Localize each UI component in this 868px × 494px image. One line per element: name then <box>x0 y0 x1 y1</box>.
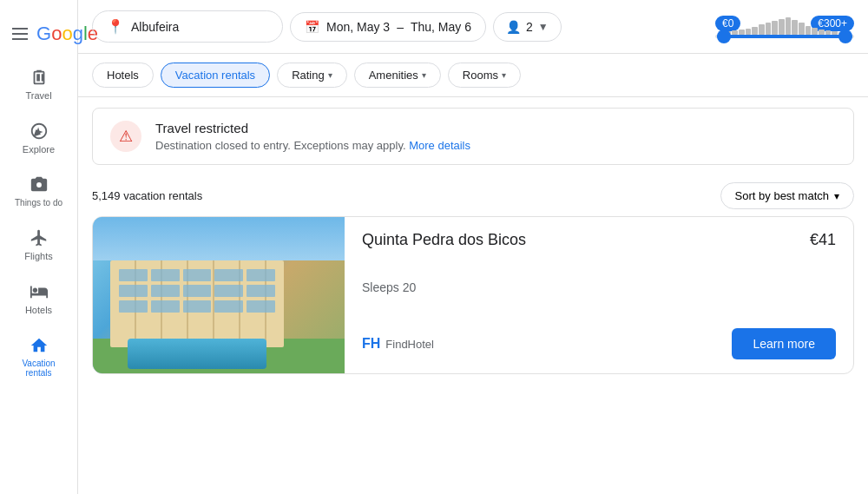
filter-tab-amenities[interactable]: Amenities ▾ <box>354 63 441 88</box>
sidebar-item-vacation-rentals[interactable]: Vacation rentals <box>4 327 74 386</box>
filter-tab-hotels[interactable]: Hotels <box>92 63 154 88</box>
results-count: 5,149 vacation rentals <box>92 189 202 202</box>
learn-more-button[interactable]: Learn more <box>732 328 836 359</box>
sidebar-item-hotels-label: Hotels <box>25 305 52 315</box>
filter-tab-vacation-rentals[interactable]: Vacation rentals <box>161 63 270 88</box>
sidebar-item-explore[interactable]: Explore <box>4 113 74 163</box>
alert-title: Travel restricted <box>155 121 470 135</box>
hotel-icon <box>30 282 49 301</box>
calendar-icon: 📅 <box>305 20 319 34</box>
filter-tab-rooms[interactable]: Rooms ▾ <box>448 63 521 88</box>
sidebar-item-hotels[interactable]: Hotels <box>4 273 74 324</box>
alert-content: Travel restricted Destination closed to … <box>155 121 470 152</box>
search-area: 📍 Albufeira 📅 Mon, May 3 – Thu, May 6 👤 … <box>78 0 868 54</box>
alert-description: Destination closed to entry. Exceptions … <box>155 139 470 152</box>
rating-dropdown-arrow: ▾ <box>328 70 332 80</box>
property-sleeps: Sleeps 20 <box>362 280 836 294</box>
price-slider-left-thumb[interactable] <box>717 30 731 43</box>
sidebar-item-vacation-label: Vacation rentals <box>11 359 67 378</box>
hamburger-menu[interactable] <box>12 28 28 40</box>
property-card: Quinta Pedra dos Bicos €41 Sleeps 20 FH … <box>92 216 854 374</box>
filter-tabs: Hotels Vacation rentals Rating ▾ Ameniti… <box>78 54 868 97</box>
provider-logo: FH <box>362 336 380 352</box>
luggage-icon <box>30 68 49 87</box>
camera-icon <box>30 175 49 194</box>
home-icon <box>30 336 49 355</box>
rooms-dropdown-arrow: ▾ <box>502 70 506 80</box>
guests-value: 2 <box>526 20 533 34</box>
image-sky <box>93 217 345 260</box>
results-header: 5,149 vacation rentals Sort by best matc… <box>78 175 868 216</box>
date-separator: – <box>397 20 404 34</box>
sidebar: Google Travel Explore Things to do Fligh… <box>0 0 78 494</box>
property-name: Quinta Pedra dos Bicos <box>362 231 526 249</box>
price-slider-right-thumb[interactable] <box>838 30 852 43</box>
property-header: Quinta Pedra dos Bicos €41 <box>362 231 836 249</box>
guests-icon: 👤 <box>506 20 521 34</box>
sidebar-item-things-to-do[interactable]: Things to do <box>4 167 74 216</box>
provider: FH FindHotel <box>362 336 434 352</box>
sidebar-item-flights-label: Flights <box>24 251 52 261</box>
sidebar-item-flights[interactable]: Flights <box>4 220 74 270</box>
price-slider-fill <box>717 35 852 38</box>
location-value: Albufeira <box>131 20 179 34</box>
explore-icon <box>30 122 49 141</box>
provider-name: FindHotel <box>385 338 434 351</box>
image-pool <box>128 339 266 369</box>
sidebar-item-travel[interactable]: Travel <box>4 59 74 109</box>
sidebar-item-travel-label: Travel <box>25 90 51 101</box>
sort-label: Sort by best match <box>735 189 829 202</box>
price-slider-track[interactable] <box>715 35 854 38</box>
property-footer: FH FindHotel Learn more <box>362 328 836 359</box>
main-content: 📍 Albufeira 📅 Mon, May 3 – Thu, May 6 👤 … <box>78 0 868 494</box>
alert-banner: ⚠ Travel restricted Destination closed t… <box>92 108 854 165</box>
property-image <box>93 217 345 373</box>
checkout-date: Thu, May 6 <box>411 20 471 34</box>
property-details: Quinta Pedra dos Bicos €41 Sleeps 20 FH … <box>345 217 853 373</box>
alert-link[interactable]: More details <box>409 139 470 152</box>
guests-dropdown-icon: ▼ <box>538 21 549 33</box>
image-windows <box>119 269 275 313</box>
filter-tab-rating[interactable]: Rating ▾ <box>277 63 347 88</box>
sort-button[interactable]: Sort by best match ▾ <box>720 182 854 209</box>
image-building <box>110 260 284 347</box>
amenities-dropdown-arrow: ▾ <box>422 70 426 80</box>
alert-icon: ⚠ <box>110 121 141 152</box>
price-range: €0 €300+ <box>715 16 854 38</box>
sidebar-item-things-label: Things to do <box>15 198 62 207</box>
date-input[interactable]: 📅 Mon, May 3 – Thu, May 6 <box>290 12 486 42</box>
sidebar-item-explore-label: Explore <box>23 144 55 155</box>
property-price: €41 <box>810 231 836 249</box>
logo-area: Google <box>0 10 77 56</box>
flight-icon <box>30 228 49 247</box>
location-input[interactable]: 📍 Albufeira <box>92 10 283 43</box>
checkin-date: Mon, May 3 <box>326 20 390 34</box>
guests-input[interactable]: 👤 2 ▼ <box>493 12 562 42</box>
location-pin-icon: 📍 <box>107 18 124 35</box>
sort-dropdown-icon: ▾ <box>834 190 839 202</box>
